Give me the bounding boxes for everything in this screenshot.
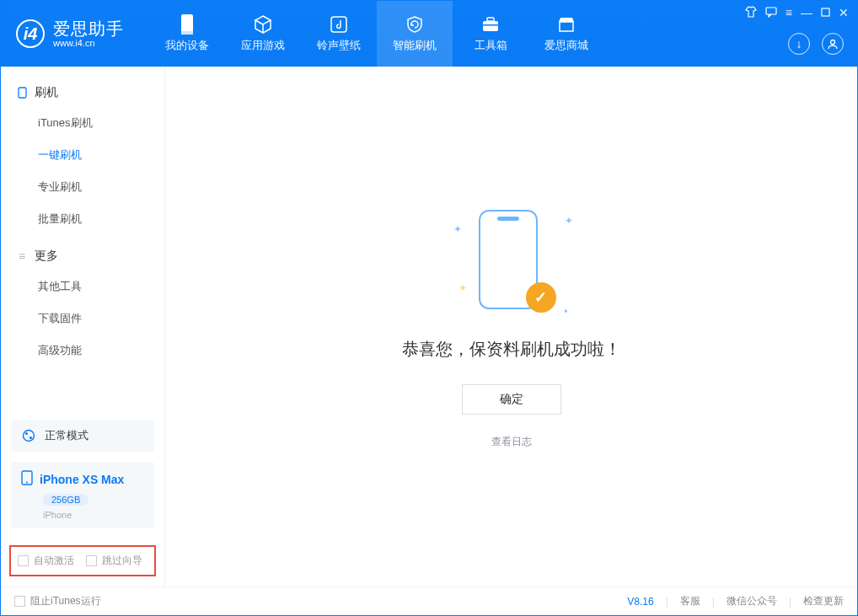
- svg-rect-6: [560, 22, 573, 31]
- download-button[interactable]: ↓: [788, 33, 810, 55]
- device-name: iPhone XS Max: [40, 473, 124, 486]
- main-content: ✦ ✦ ✦ • ✓ 恭喜您，保资料刷机成功啦！ 确定 查看日志: [165, 67, 857, 587]
- sparkle-icon: ✦: [458, 282, 467, 294]
- ok-button[interactable]: 确定: [462, 384, 561, 415]
- close-button[interactable]: ✕: [839, 6, 849, 20]
- sidebar-item-itunes-flash[interactable]: iTunes刷机: [1, 107, 164, 139]
- nav-ringtone-wallpaper[interactable]: 铃声壁纸: [301, 1, 377, 67]
- svg-point-13: [29, 437, 32, 439]
- footer-link-check-update[interactable]: 检查更新: [803, 594, 844, 608]
- skin-icon[interactable]: [745, 6, 757, 20]
- sparkle-icon: ✦: [453, 223, 462, 235]
- device-phone-icon: [21, 470, 33, 489]
- checkbox-icon: [18, 555, 29, 566]
- check-badge-icon: ✓: [526, 282, 556, 313]
- refresh-shield-icon: [405, 14, 425, 35]
- nav-smart-flash[interactable]: 智能刷机: [377, 1, 453, 67]
- svg-point-15: [26, 482, 28, 484]
- app-subtitle: www.i4.cn: [53, 38, 124, 48]
- device-type: iPhone: [43, 510, 144, 520]
- device-icon: [177, 14, 197, 35]
- sidebar-item-other-tools[interactable]: 其他工具: [1, 271, 164, 303]
- footer-link-support[interactable]: 客服: [680, 594, 700, 608]
- svg-rect-1: [181, 31, 193, 35]
- mode-label: 正常模式: [45, 428, 88, 443]
- version-label: V8.16: [627, 596, 653, 608]
- feedback-icon[interactable]: [765, 6, 777, 20]
- svg-point-11: [24, 431, 35, 442]
- checkbox-icon: [14, 596, 25, 607]
- cube-icon: [253, 14, 273, 35]
- highlighted-options-box: 自动激活 跳过向导: [9, 545, 156, 576]
- statusbar: 阻止iTunes运行 V8.16 | 客服 | 微信公众号 | 检查更新: [1, 587, 857, 615]
- nav-store[interactable]: 爱思商城: [528, 1, 604, 67]
- device-card[interactable]: iPhone XS Max 256GB iPhone: [11, 462, 154, 528]
- device-storage-badge: 256GB: [43, 494, 88, 506]
- sidebar-group-flash: 刷机: [1, 78, 164, 107]
- sidebar-group-more: ≡ 更多: [1, 242, 164, 271]
- sidebar-item-oneclick-flash[interactable]: 一键刷机: [1, 139, 164, 171]
- svg-rect-7: [766, 8, 776, 14]
- app-title: 爱思助手: [53, 19, 124, 38]
- svg-point-9: [831, 40, 835, 45]
- top-nav: 我的设备 应用游戏 铃声壁纸 智能刷机 工具箱 爱思商城: [149, 1, 604, 67]
- toolbox-icon: [480, 14, 501, 35]
- checkbox-icon: [86, 555, 97, 566]
- sidebar-item-advanced[interactable]: 高级功能: [1, 335, 164, 367]
- list-icon: ≡: [16, 249, 28, 263]
- sidebar-item-download-firmware[interactable]: 下载固件: [1, 303, 164, 335]
- success-message: 恭喜您，保资料刷机成功啦！: [402, 338, 621, 361]
- success-illustration: ✦ ✦ ✦ • ✓: [448, 205, 575, 323]
- music-note-icon: [329, 14, 349, 35]
- account-button[interactable]: [822, 33, 844, 55]
- nav-apps-games[interactable]: 应用游戏: [225, 1, 301, 67]
- nav-my-device[interactable]: 我的设备: [149, 1, 225, 67]
- logo-icon: i4: [16, 19, 45, 48]
- phone-small-icon: [16, 87, 28, 99]
- nav-toolbox[interactable]: 工具箱: [453, 1, 528, 67]
- shop-icon: [556, 14, 576, 35]
- menu-icon[interactable]: ≡: [786, 6, 792, 20]
- svg-rect-3: [483, 21, 498, 31]
- sidebar-item-batch-flash[interactable]: 批量刷机: [1, 203, 164, 235]
- app-logo: i4 爱思助手 www.i4.cn: [1, 19, 139, 48]
- view-log-link[interactable]: 查看日志: [491, 435, 532, 449]
- header-actions: ↓: [788, 33, 844, 55]
- window-controls: ≡ — ✕: [745, 6, 849, 20]
- minimize-button[interactable]: —: [801, 6, 812, 20]
- mode-icon: [21, 428, 36, 443]
- svg-rect-10: [19, 88, 26, 98]
- svg-rect-4: [487, 18, 494, 21]
- sparkle-icon: ✦: [565, 215, 573, 227]
- svg-rect-8: [822, 8, 829, 16]
- titlebar: i4 爱思助手 www.i4.cn 我的设备 应用游戏 铃声壁纸 智能刷机 工具…: [1, 1, 857, 67]
- svg-rect-5: [483, 24, 498, 26]
- svg-point-12: [25, 432, 28, 435]
- maximize-button[interactable]: [821, 6, 830, 20]
- checkbox-skip-guide[interactable]: 跳过向导: [86, 554, 142, 568]
- checkbox-auto-activate[interactable]: 自动激活: [18, 554, 74, 568]
- footer-link-wechat[interactable]: 微信公众号: [727, 594, 777, 608]
- sidebar-item-pro-flash[interactable]: 专业刷机: [1, 171, 164, 203]
- sparkle-icon: •: [564, 306, 567, 318]
- mode-card[interactable]: 正常模式: [11, 420, 154, 452]
- checkbox-block-itunes[interactable]: 阻止iTunes运行: [14, 594, 101, 608]
- sidebar: 刷机 iTunes刷机 一键刷机 专业刷机 批量刷机 ≡ 更多 其他工具 下载固…: [1, 67, 165, 587]
